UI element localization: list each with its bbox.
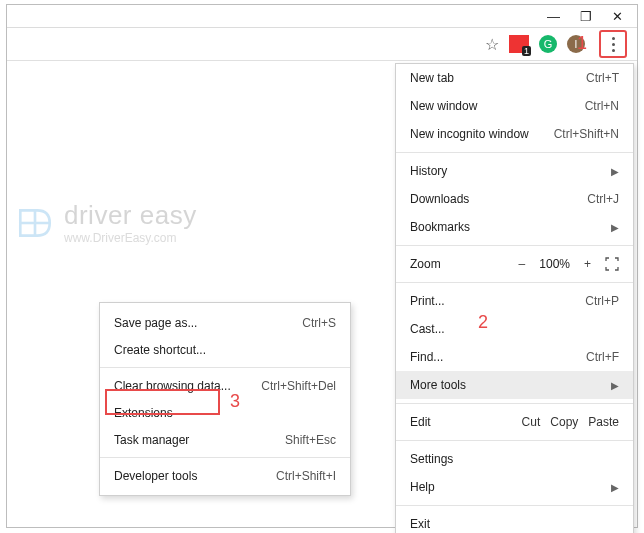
zoom-in-button[interactable]: + xyxy=(584,257,591,271)
annotation-2: 2 xyxy=(478,312,488,333)
extension-red-icon[interactable]: 1 xyxy=(509,35,529,53)
submenu-create-shortcut[interactable]: Create shortcut... xyxy=(100,336,350,363)
submenu-accel: Shift+Esc xyxy=(285,433,336,447)
menu-separator xyxy=(396,505,633,506)
submenu-label: Create shortcut... xyxy=(114,343,206,357)
menu-label: New incognito window xyxy=(410,127,529,141)
annotation-3: 3 xyxy=(230,391,240,412)
submenu-label: Task manager xyxy=(114,433,189,447)
menu-accel: Ctrl+P xyxy=(585,294,619,308)
menu-cast[interactable]: Cast... xyxy=(396,315,633,343)
submenu-label: Developer tools xyxy=(114,469,197,483)
menu-zoom: Zoom – 100% + xyxy=(396,250,633,278)
submenu-separator xyxy=(100,457,350,458)
menu-label: Downloads xyxy=(410,192,469,206)
watermark-url: www.DriverEasy.com xyxy=(64,231,197,245)
edit-paste-button[interactable]: Paste xyxy=(588,415,619,429)
menu-new-tab[interactable]: New tab Ctrl+T xyxy=(396,64,633,92)
submenu-label: Save page as... xyxy=(114,316,197,330)
more-tools-submenu: Save page as... Ctrl+S Create shortcut..… xyxy=(99,302,351,496)
menu-find[interactable]: Find... Ctrl+F xyxy=(396,343,633,371)
menu-label: History xyxy=(410,164,447,178)
menu-label: Zoom xyxy=(410,257,441,271)
menu-bookmarks[interactable]: Bookmarks ▶ xyxy=(396,213,633,241)
menu-accel: Ctrl+Shift+N xyxy=(554,127,619,141)
maximize-button[interactable]: ❐ xyxy=(580,9,592,24)
menu-accel: Ctrl+F xyxy=(586,350,619,364)
submenu-task-manager[interactable]: Task manager Shift+Esc xyxy=(100,426,350,453)
submenu-developer-tools[interactable]: Developer tools Ctrl+Shift+I xyxy=(100,462,350,489)
menu-downloads[interactable]: Downloads Ctrl+J xyxy=(396,185,633,213)
submenu-separator xyxy=(100,367,350,368)
menu-label: Settings xyxy=(410,452,453,466)
annotation-1: 1 xyxy=(577,33,587,54)
submenu-clear-browsing-data[interactable]: Clear browsing data... Ctrl+Shift+Del xyxy=(100,372,350,399)
kebab-menu-button[interactable] xyxy=(599,30,627,58)
menu-separator xyxy=(396,282,633,283)
menu-history[interactable]: History ▶ xyxy=(396,157,633,185)
menu-accel: Ctrl+T xyxy=(586,71,619,85)
menu-separator xyxy=(396,152,633,153)
chevron-right-icon: ▶ xyxy=(603,166,619,177)
edit-cut-button[interactable]: Cut xyxy=(522,415,541,429)
zoom-percentage: 100% xyxy=(539,257,570,271)
menu-label: Exit xyxy=(410,517,430,531)
menu-accel: Ctrl+N xyxy=(585,99,619,113)
edit-copy-button[interactable]: Copy xyxy=(550,415,578,429)
browser-toolbar: ☆ 1 G I xyxy=(7,27,637,61)
close-button[interactable]: ✕ xyxy=(612,9,623,24)
minimize-button[interactable]: — xyxy=(547,9,560,24)
menu-label: Print... xyxy=(410,294,445,308)
submenu-accel: Ctrl+Shift+I xyxy=(276,469,336,483)
submenu-accel: Ctrl+S xyxy=(302,316,336,330)
menu-label: Edit xyxy=(410,415,431,429)
menu-label: Bookmarks xyxy=(410,220,470,234)
menu-edit: Edit Cut Copy Paste xyxy=(396,408,633,436)
zoom-out-button[interactable]: – xyxy=(519,257,526,271)
watermark-title: driver easy xyxy=(64,200,197,231)
menu-settings[interactable]: Settings xyxy=(396,445,633,473)
extension-green-icon[interactable]: G xyxy=(539,35,557,53)
menu-help[interactable]: Help ▶ xyxy=(396,473,633,501)
kebab-icon xyxy=(612,37,615,52)
chevron-right-icon: ▶ xyxy=(603,482,619,493)
submenu-label: Extensions xyxy=(114,406,173,420)
menu-more-tools[interactable]: More tools ▶ xyxy=(396,371,633,399)
bookmark-star-icon[interactable]: ☆ xyxy=(485,35,499,54)
window-titlebar: — ❐ ✕ xyxy=(7,5,637,27)
chevron-right-icon: ▶ xyxy=(603,380,619,391)
menu-label: New tab xyxy=(410,71,454,85)
drivereasy-logo-icon xyxy=(14,202,56,244)
fullscreen-icon[interactable] xyxy=(605,257,619,271)
menu-new-incognito[interactable]: New incognito window Ctrl+Shift+N xyxy=(396,120,633,148)
submenu-extensions[interactable]: Extensions xyxy=(100,399,350,426)
submenu-accel: Ctrl+Shift+Del xyxy=(261,379,336,393)
main-menu: New tab Ctrl+T New window Ctrl+N New inc… xyxy=(395,63,634,533)
extension-badge: 1 xyxy=(522,46,531,56)
menu-separator xyxy=(396,245,633,246)
menu-new-window[interactable]: New window Ctrl+N xyxy=(396,92,633,120)
menu-label: New window xyxy=(410,99,477,113)
menu-label: More tools xyxy=(410,378,466,392)
submenu-label: Clear browsing data... xyxy=(114,379,231,393)
menu-accel: Ctrl+J xyxy=(587,192,619,206)
menu-separator xyxy=(396,403,633,404)
menu-print[interactable]: Print... Ctrl+P xyxy=(396,287,633,315)
menu-label: Cast... xyxy=(410,322,445,336)
chevron-right-icon: ▶ xyxy=(603,222,619,233)
menu-label: Help xyxy=(410,480,435,494)
menu-label: Find... xyxy=(410,350,443,364)
submenu-save-page-as[interactable]: Save page as... Ctrl+S xyxy=(100,309,350,336)
menu-exit[interactable]: Exit xyxy=(396,510,633,533)
watermark: driver easy www.DriverEasy.com xyxy=(14,200,197,245)
menu-separator xyxy=(396,440,633,441)
